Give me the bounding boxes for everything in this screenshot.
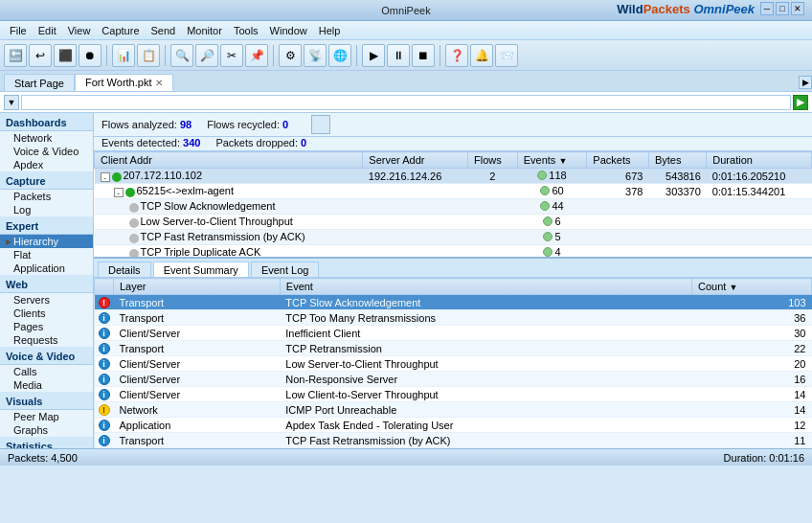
flow-table-row[interactable]: Low Server-to-Client Throughput 6: [95, 215, 812, 230]
tab-start-page[interactable]: Start Page: [4, 74, 75, 91]
event-count: 103: [692, 295, 812, 310]
event-table-row[interactable]: i Client/Server Low Client-to-Server Thr…: [95, 387, 812, 402]
event-table-row[interactable]: ! Network ICMP Port Unreachable 14: [95, 402, 812, 418]
close-button[interactable]: ✕: [791, 2, 804, 15]
toolbar-btn-5[interactable]: 📊: [112, 44, 135, 67]
toolbar-btn-13[interactable]: 🌐: [328, 44, 351, 67]
sidebar-item-flat[interactable]: Flat: [0, 248, 93, 262]
toolbar-btn-12[interactable]: 📡: [304, 44, 327, 67]
tab-scroll-right[interactable]: ▶: [799, 76, 812, 89]
flow-bytes: [648, 215, 706, 230]
menu-edit[interactable]: Edit: [33, 24, 62, 37]
toolbar-btn-2[interactable]: ↩: [29, 44, 52, 67]
menu-capture[interactable]: Capture: [96, 24, 145, 37]
search-go-button[interactable]: ▶: [793, 95, 808, 110]
flow-table-row[interactable]: TCP Fast Retransmission (by ACK) 5: [95, 230, 812, 245]
toolbar-btn-9[interactable]: ✂: [220, 44, 243, 67]
event-count: 12: [692, 418, 812, 433]
event-table-row[interactable]: i Client/Server Inefficient Client 30: [95, 326, 812, 341]
toolbar-btn-18[interactable]: 🔔: [470, 44, 493, 67]
toolbar-btn-14[interactable]: ▶: [362, 44, 385, 67]
tab-fort-worth[interactable]: Fort Worth.pkt ✕: [75, 74, 173, 91]
sidebar-item-peer-map[interactable]: Peer Map: [0, 410, 93, 423]
col-packets[interactable]: Packets: [587, 152, 649, 169]
toolbar-btn-1[interactable]: 🔙: [4, 44, 27, 67]
statusbar: Packets: 4,500 Duration: 0:01:16: [0, 448, 812, 466]
sidebar-item-clients[interactable]: Clients: [0, 307, 93, 320]
sidebar-section-capture: Capture: [0, 171, 93, 190]
event-name: Inefficient Client: [280, 326, 691, 341]
toolbar-btn-17[interactable]: ❓: [445, 44, 468, 67]
sidebar-section-statistics: Statistics: [0, 437, 93, 448]
event-table-row[interactable]: i Client/Server Low Server-to-Client Thr…: [95, 356, 812, 372]
menu-file[interactable]: File: [4, 24, 33, 37]
search-input[interactable]: [21, 95, 791, 110]
sidebar-item-pages[interactable]: Pages: [0, 320, 93, 333]
col-client-addr[interactable]: Client Addr: [95, 152, 363, 169]
flow-table-row[interactable]: -65215<->exlm-agent 60 378 303370 0:01:1…: [95, 184, 812, 199]
menu-window[interactable]: Window: [264, 24, 313, 37]
event-table-row[interactable]: i Client/Server Non-Responsive Server 16: [95, 372, 812, 387]
menu-send[interactable]: Send: [146, 24, 182, 37]
toolbar-btn-10[interactable]: 📌: [245, 44, 268, 67]
menu-view[interactable]: View: [62, 24, 97, 37]
toolbar-btn-8[interactable]: 🔎: [195, 44, 218, 67]
event-table-row[interactable]: ! Transport TCP Slow Acknowledgement 103: [95, 295, 812, 310]
sidebar-item-log[interactable]: Log: [0, 203, 93, 216]
sidebar-item-media[interactable]: Media: [0, 378, 93, 392]
sidebar-item-servers[interactable]: Servers: [0, 293, 93, 307]
event-table-row[interactable]: i Transport TCP Retransmission 22: [95, 341, 812, 356]
sidebar-item-requests[interactable]: Requests: [0, 333, 93, 347]
sidebar-item-hierarchy[interactable]: ▶ Hierarchy: [0, 235, 93, 248]
menu-monitor[interactable]: Monitor: [181, 24, 228, 37]
tab-close-button[interactable]: ✕: [155, 78, 163, 88]
event-table-row[interactable]: i Transport TCP Fast Retransmission (by …: [95, 433, 812, 448]
event-table-row[interactable]: i Application Apdex Task Ended - Tolerat…: [95, 418, 812, 433]
toolbar-btn-19[interactable]: 📨: [495, 44, 518, 67]
menu-tools[interactable]: Tools: [228, 24, 264, 37]
toolbar-btn-6[interactable]: 📋: [137, 44, 160, 67]
flow-table-row[interactable]: TCP Slow Acknowledgement 44: [95, 199, 812, 215]
content-area: Flows analyzed: 98 Flows recycled: 0 Eve…: [94, 113, 812, 448]
toolbar-btn-4[interactable]: ⏺: [79, 44, 102, 67]
sidebar-item-packets[interactable]: Packets: [0, 190, 93, 203]
event-table-row[interactable]: i Transport TCP Triple Duplicate ACK 8: [95, 448, 812, 449]
flow-table-row[interactable]: TCP Triple Duplicate ACK 4: [95, 245, 812, 258]
tab-details[interactable]: Details: [98, 262, 151, 277]
tab-event-log[interactable]: Event Log: [251, 262, 320, 277]
sidebar-item-apdex[interactable]: Apdex: [0, 158, 93, 171]
toolbar-btn-7[interactable]: 🔍: [170, 44, 193, 67]
event-table-row[interactable]: i Transport TCP Too Many Retransmissions…: [95, 310, 812, 326]
menubar: File Edit View Capture Send Monitor Tool…: [0, 21, 812, 40]
stats-icon-button[interactable]: [311, 115, 330, 134]
col-duration[interactable]: Duration: [707, 152, 812, 169]
col-event-name[interactable]: Event: [280, 279, 691, 295]
bottom-tabs: Details Event Summary Event Log: [94, 259, 812, 278]
sidebar-item-application[interactable]: Application: [0, 262, 93, 275]
flows-recycled-value: 0: [282, 119, 288, 130]
menu-help[interactable]: Help: [313, 24, 347, 37]
event-layer: Client/Server: [114, 356, 281, 372]
toolbar-btn-11[interactable]: ⚙: [279, 44, 302, 67]
minimize-button[interactable]: ─: [760, 2, 774, 15]
collapse-icon[interactable]: -: [114, 188, 124, 197]
col-event-layer[interactable]: Layer: [114, 279, 281, 295]
toolbar-btn-16[interactable]: ⏹: [412, 44, 435, 67]
flow-table-row[interactable]: -207.172.110.102 192.216.124.26 2 118 67…: [95, 169, 812, 184]
col-bytes[interactable]: Bytes: [648, 152, 706, 169]
sidebar-item-graphs[interactable]: Graphs: [0, 423, 93, 437]
col-server-addr[interactable]: Server Addr: [363, 152, 468, 169]
sidebar-item-network[interactable]: Network: [0, 131, 93, 145]
sidebar-item-voice-video[interactable]: Voice & Video: [0, 145, 93, 158]
maximize-button[interactable]: □: [776, 2, 789, 15]
search-dropdown-button[interactable]: ▼: [4, 95, 19, 110]
col-events[interactable]: Events ▼: [517, 152, 587, 169]
toolbar-btn-15[interactable]: ⏸: [387, 44, 410, 67]
event-dot: [540, 186, 550, 195]
col-flows[interactable]: Flows: [467, 152, 517, 169]
col-event-count[interactable]: Count ▼: [692, 279, 812, 295]
sidebar-item-calls[interactable]: Calls: [0, 365, 93, 378]
toolbar-btn-3[interactable]: ⬛: [54, 44, 77, 67]
tab-event-summary[interactable]: Event Summary: [153, 262, 249, 277]
collapse-icon[interactable]: -: [101, 172, 110, 182]
